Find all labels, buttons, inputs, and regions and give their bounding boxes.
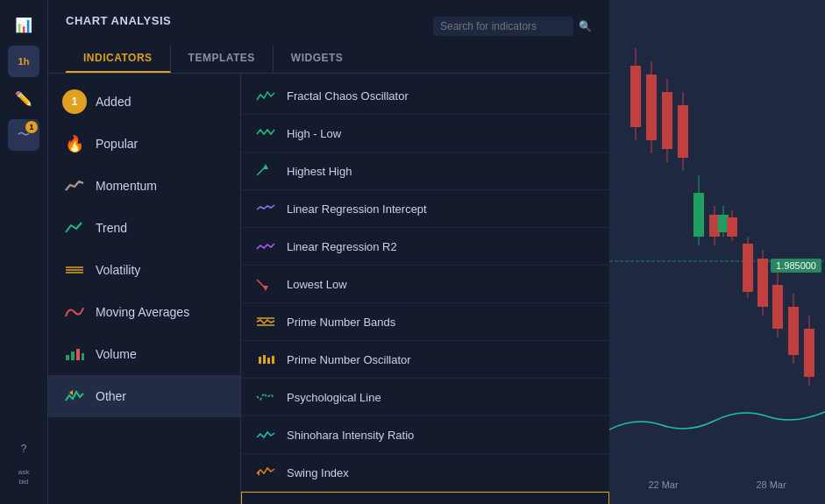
svg-rect-44: [772, 285, 783, 329]
draw-button[interactable]: ✏️: [8, 82, 39, 114]
indicators-panel: CHART ANALYSIS 🔍 INDICATORS TEMPLATES WI…: [48, 0, 609, 504]
indicator-icon: [255, 462, 276, 483]
indicator-label: Linear Regression Intercept: [287, 202, 427, 216]
sidebar-item-trend[interactable]: Trend: [48, 207, 240, 249]
sidebar-item-moving-averages[interactable]: Moving Averages: [48, 291, 240, 333]
indicators-badge-button[interactable]: 〜 1: [8, 119, 39, 151]
sidebar-item-popular[interactable]: 🔥 Popular: [48, 123, 240, 165]
svg-rect-25: [646, 75, 657, 140]
panel-tabs: INDICATORS TEMPLATES WIDGETS: [66, 45, 592, 73]
category-label-moving-averages: Moving Averages: [96, 305, 189, 319]
date-labels: 22 Mar 28 Mar: [609, 479, 825, 490]
indicator-label: Swing Index: [287, 466, 349, 479]
indicator-label: Prime Number Oscillator: [287, 353, 411, 366]
indicator-label: Linear Regression R2: [287, 240, 397, 253]
list-item[interactable]: High - Low: [241, 115, 609, 153]
list-item[interactable]: Highest High: [241, 153, 609, 190]
svg-rect-23: [630, 66, 641, 127]
indicator-label: Shinohara Intensity Ratio: [287, 429, 414, 442]
help-button[interactable]: ?: [8, 433, 39, 465]
search-input[interactable]: [433, 17, 573, 36]
left-toolbar: 📊 1h ✏️ 〜 1 ? askbid: [0, 0, 48, 504]
svg-rect-29: [678, 105, 688, 158]
category-label-trend: Trend: [96, 221, 127, 235]
badge-count: 1: [25, 121, 38, 133]
svg-rect-37: [727, 217, 737, 237]
trend-icon: [62, 216, 87, 240]
indicator-icon: [255, 387, 276, 408]
indicator-icon: [255, 236, 276, 257]
volume-icon: [62, 342, 87, 366]
indicator-icon: [255, 198, 276, 219]
momentum-icon: [62, 174, 87, 198]
sidebar-item-other[interactable]: Other: [48, 375, 240, 417]
svg-rect-11: [263, 355, 266, 364]
panel-header: CHART ANALYSIS 🔍 INDICATORS TEMPLATES WI…: [48, 0, 609, 74]
tab-indicators[interactable]: INDICATORS: [66, 45, 171, 73]
indicator-icon: [256, 500, 277, 504]
category-label-other: Other: [96, 389, 126, 403]
indicator-icon: [255, 123, 276, 144]
svg-rect-6: [82, 353, 84, 360]
date-label: 22 Mar: [648, 479, 678, 490]
sidebar-item-volume[interactable]: Volume: [48, 333, 240, 375]
indicator-icon: [255, 273, 276, 295]
timeframe-button[interactable]: 1h: [8, 46, 39, 77]
indicator-label: High - Low: [287, 127, 341, 140]
popular-icon: 🔥: [62, 131, 87, 156]
svg-rect-12: [267, 358, 270, 364]
svg-rect-48: [804, 329, 814, 377]
sidebar-item-volatility[interactable]: Volatility: [48, 249, 240, 291]
category-label-volume: Volume: [96, 347, 137, 361]
list-item[interactable]: Fractal Chaos Oscillator: [241, 77, 609, 115]
tab-widgets[interactable]: WIDGETS: [274, 45, 361, 73]
indicator-icon: [255, 424, 276, 445]
svg-rect-31: [693, 193, 704, 237]
indicators-list: Fractal Chaos Oscillator High - Low High…: [241, 74, 609, 504]
svg-rect-5: [76, 349, 80, 360]
list-item[interactable]: Shinohara Intensity Ratio: [241, 416, 609, 454]
indicator-label: Highest High: [287, 165, 352, 178]
svg-marker-7: [69, 390, 73, 395]
list-item[interactable]: Psychological Line: [241, 379, 609, 416]
volatility-icon: [62, 258, 87, 282]
category-label-volatility: Volatility: [96, 263, 140, 277]
svg-marker-8: [263, 164, 268, 169]
indicator-icon: [255, 160, 276, 181]
price-label: 1.985000: [771, 259, 821, 273]
indicator-label: Psychological Line: [287, 391, 381, 404]
svg-rect-13: [272, 356, 274, 364]
chart-type-button[interactable]: 📊: [8, 9, 39, 40]
candlestick-chart: [609, 0, 825, 504]
list-item[interactable]: Swing Index: [241, 454, 609, 492]
svg-rect-27: [662, 92, 672, 149]
svg-rect-15: [609, 0, 825, 504]
chart-area: 1.985000 22 Mar 28 Mar: [609, 0, 825, 504]
list-item[interactable]: Prime Number Oscillator: [241, 341, 609, 379]
list-item[interactable]: Linear Regression R2: [241, 228, 609, 266]
added-icon: 1: [62, 89, 87, 114]
indicator-label: Fractal Chaos Oscillator: [287, 89, 409, 103]
tab-templates[interactable]: TEMPLATES: [171, 45, 274, 73]
list-item[interactable]: Linear Regression Intercept: [241, 190, 609, 228]
sidebar-item-momentum[interactable]: Momentum: [48, 165, 240, 207]
date-label: 28 Mar: [756, 479, 786, 490]
list-item[interactable]: Ulcer Index: [241, 492, 609, 504]
other-icon: [62, 384, 87, 408]
list-item[interactable]: Prime Number Bands: [241, 303, 609, 341]
moving-averages-icon: [62, 300, 87, 324]
indicator-icon: [255, 349, 276, 370]
list-item[interactable]: Lowest Low: [241, 266, 609, 303]
indicator-label: Lowest Low: [287, 278, 347, 291]
svg-rect-10: [259, 357, 261, 364]
sidebar-item-added[interactable]: 1 Added: [48, 81, 240, 123]
panel-title: CHART ANALYSIS: [66, 14, 171, 27]
svg-rect-40: [743, 244, 753, 292]
svg-rect-4: [71, 351, 75, 360]
svg-rect-3: [66, 355, 69, 360]
panel-body: 1 Added 🔥 Popular Momentum: [48, 74, 609, 504]
ask-bid-label: askbid: [18, 468, 29, 486]
svg-marker-9: [263, 286, 268, 291]
category-label-popular: Popular: [96, 137, 138, 151]
indicator-icon: [255, 85, 276, 106]
